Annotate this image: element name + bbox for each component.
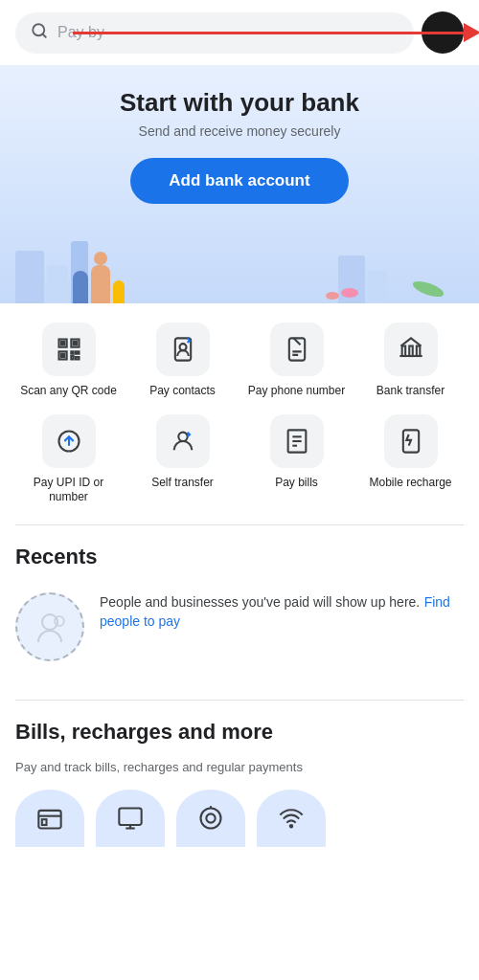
bills-icon-1[interactable] — [96, 790, 165, 847]
pay-phone-icon — [270, 323, 324, 376]
recents-description: People and businesses you've paid will s… — [100, 594, 420, 610]
avatar[interactable] — [422, 11, 464, 54]
svg-rect-13 — [416, 346, 420, 357]
svg-point-30 — [206, 813, 215, 822]
bills-title: Bills, recharges and more — [15, 720, 464, 745]
bank-transfer-icon — [384, 323, 438, 376]
self-transfer-icon — [156, 414, 210, 468]
svg-rect-26 — [42, 819, 47, 825]
pay-phone-label: Pay phone number — [248, 384, 345, 399]
mobile-recharge-icon — [384, 414, 438, 468]
svg-line-1 — [42, 33, 45, 36]
svg-point-33 — [290, 825, 292, 827]
action-item-scan-qr[interactable]: Scan any QR code — [15, 323, 122, 399]
action-item-bank-transfer[interactable]: Bank transfer — [357, 323, 464, 399]
svg-point-16 — [178, 432, 187, 440]
search-bar[interactable]: Pay by — [15, 12, 414, 54]
recents-empty-state: People and businesses you've paid will s… — [15, 585, 464, 680]
quick-actions: Scan any QR code Pay contacts Pay phone … — [0, 303, 479, 505]
pay-upi-icon — [42, 414, 96, 468]
bills-section: Bills, recharges and more Pay and track … — [0, 720, 479, 847]
divider-2 — [15, 700, 464, 701]
action-item-pay-contacts[interactable]: Pay contacts — [129, 323, 236, 399]
bills-icons-row — [15, 790, 464, 847]
self-transfer-label: Self transfer — [151, 476, 214, 491]
hero-banner: Start with your bank Send and receive mo… — [0, 65, 479, 303]
action-item-pay-phone[interactable]: Pay phone number — [243, 323, 350, 399]
bills-icon-3[interactable] — [257, 790, 326, 847]
divider — [15, 524, 464, 525]
hero-title: Start with your bank — [15, 88, 464, 118]
bills-icon-2[interactable] — [176, 790, 245, 847]
scan-qr-icon — [42, 323, 96, 376]
pay-bills-icon — [270, 414, 324, 468]
svg-rect-12 — [409, 346, 413, 357]
recents-text: People and businesses you've paid will s… — [100, 592, 464, 630]
svg-rect-11 — [401, 346, 405, 357]
search-placeholder: Pay by — [57, 24, 399, 41]
action-item-self-transfer[interactable]: Self transfer — [129, 414, 236, 505]
recents-title: Recents — [15, 545, 464, 569]
scan-qr-label: Scan any QR code — [20, 384, 117, 399]
svg-rect-6 — [73, 342, 77, 345]
pay-bills-label: Pay bills — [275, 476, 318, 491]
bills-subtitle: Pay and track bills, recharges and regul… — [15, 760, 464, 774]
bills-icon-0[interactable] — [15, 790, 84, 847]
search-icon — [31, 22, 48, 44]
recents-section: Recents People and businesses you've pai… — [0, 545, 479, 680]
actions-grid: Scan any QR code Pay contacts Pay phone … — [15, 323, 464, 505]
svg-rect-5 — [60, 342, 64, 345]
mobile-recharge-label: Mobile recharge — [369, 476, 451, 491]
svg-point-23 — [55, 616, 64, 626]
pay-contacts-icon — [156, 323, 210, 376]
pay-contacts-label: Pay contacts — [149, 384, 216, 399]
svg-rect-27 — [119, 808, 141, 825]
hero-subtitle: Send and receive money securely — [15, 123, 464, 139]
action-item-pay-bills[interactable]: Pay bills — [243, 414, 350, 505]
search-bar-container: Pay by — [0, 0, 479, 65]
svg-rect-7 — [60, 354, 64, 358]
bank-transfer-label: Bank transfer — [376, 384, 445, 399]
hero-illustration — [15, 227, 464, 303]
pay-upi-label: Pay UPI ID or number — [15, 476, 122, 505]
svg-point-31 — [201, 808, 221, 828]
action-item-pay-upi[interactable]: Pay UPI ID or number — [15, 414, 122, 505]
action-item-mobile-recharge[interactable]: Mobile recharge — [357, 414, 464, 505]
recents-avatar — [15, 592, 84, 661]
add-bank-button[interactable]: Add bank account — [130, 158, 348, 204]
